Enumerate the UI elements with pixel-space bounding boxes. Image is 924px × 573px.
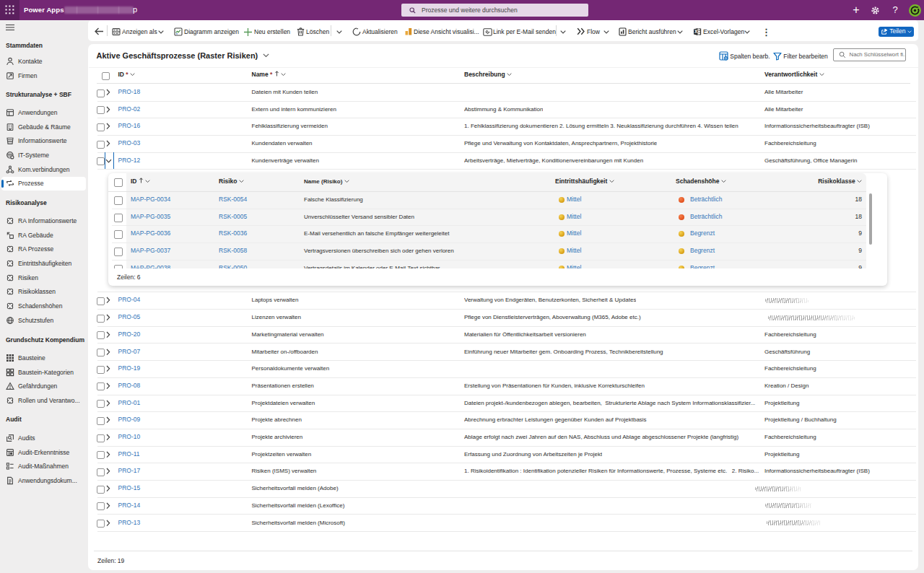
svg-text:X: X — [694, 29, 698, 34]
